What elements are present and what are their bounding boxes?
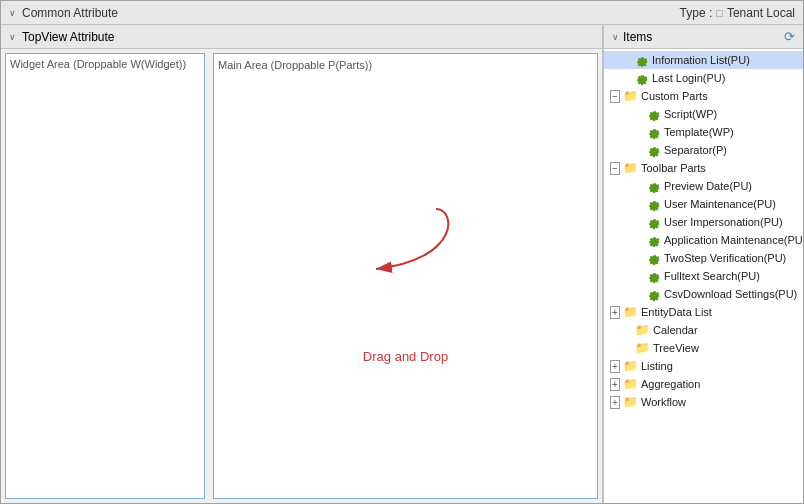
drag-drop-text: Drag and Drop — [363, 349, 448, 364]
gear-icon-separator — [647, 143, 661, 157]
tree-item-last-login[interactable]: Last Login(PU) — [604, 69, 803, 87]
tree-label-custom-parts: Custom Parts — [641, 90, 708, 102]
expand-icon-custom-parts[interactable]: − — [610, 90, 620, 103]
main-container: ∨ Common Attribute Type : □ Tenant Local… — [0, 0, 804, 504]
items-chevron[interactable]: ∨ — [612, 32, 619, 42]
common-attribute-title: Common Attribute — [22, 6, 118, 20]
tree-label-treeview: TreeView — [653, 342, 699, 354]
folder-icon-listing: 📁 — [623, 359, 638, 373]
tree-item-preview-date[interactable]: Preview Date(PU) — [604, 177, 803, 195]
expand-icon-workflow[interactable]: + — [610, 396, 620, 409]
gear-icon-preview-date — [647, 179, 661, 193]
gear-icon-info-list — [635, 53, 649, 67]
tree-item-aggregation[interactable]: +📁Aggregation — [604, 375, 803, 393]
items-header-left: ∨ Items — [612, 30, 652, 44]
tree-label-workflow: Workflow — [641, 396, 686, 408]
tree-item-separator[interactable]: Separator(P) — [604, 141, 803, 159]
topview-bar: ∨ TopView Attribute — [1, 25, 602, 49]
tree-item-script[interactable]: Script(WP) — [604, 105, 803, 123]
gear-icon-user-maintenance — [647, 197, 661, 211]
common-attribute-left: ∨ Common Attribute — [9, 6, 118, 20]
tree-label-entitydata-list: EntityData List — [641, 306, 712, 318]
gear-icon-csvdownload — [647, 287, 661, 301]
tree-item-workflow[interactable]: +📁Workflow — [604, 393, 803, 411]
type-label: Type : — [680, 6, 713, 20]
main-area-label: Main Area (Droppable P(Parts)) — [218, 59, 372, 71]
tree-item-toolbar-parts[interactable]: −📁Toolbar Parts — [604, 159, 803, 177]
folder-icon-calendar: 📁 — [635, 323, 650, 337]
items-header: ∨ Items ⟳ — [604, 25, 803, 49]
tree-label-csvdownload: CsvDownload Settings(PU) — [664, 288, 797, 300]
tree-label-listing: Listing — [641, 360, 673, 372]
gear-icon-last-login — [635, 71, 649, 85]
tree-item-custom-parts[interactable]: −📁Custom Parts — [604, 87, 803, 105]
common-attribute-bar: ∨ Common Attribute Type : □ Tenant Local — [1, 1, 803, 25]
common-attribute-chevron[interactable]: ∨ — [9, 8, 16, 18]
gear-icon-script — [647, 107, 661, 121]
expand-icon-entitydata-list[interactable]: + — [610, 306, 620, 319]
widget-area-label: Widget Area (Droppable W(Widget)) — [10, 58, 186, 70]
folder-icon-aggregation: 📁 — [623, 377, 638, 391]
folder-icon-custom-parts: 📁 — [623, 89, 638, 103]
tree-item-twostep[interactable]: TwoStep Verification(PU) — [604, 249, 803, 267]
tree-label-separator: Separator(P) — [664, 144, 727, 156]
tree-item-csvdownload[interactable]: CsvDownload Settings(PU) — [604, 285, 803, 303]
tree-item-user-maintenance[interactable]: User Maintenance(PU) — [604, 195, 803, 213]
expand-icon-aggregation[interactable]: + — [610, 378, 620, 391]
tree-item-listing[interactable]: +📁Listing — [604, 357, 803, 375]
gear-icon-twostep — [647, 251, 661, 265]
folder-icon-workflow: 📁 — [623, 395, 638, 409]
type-section: Type : □ Tenant Local — [680, 6, 795, 20]
gear-icon-app-maintenance — [647, 233, 661, 247]
tree-item-user-impersonation[interactable]: User Impersonation(PU) — [604, 213, 803, 231]
page-icon: □ — [716, 7, 723, 19]
topview-chevron[interactable]: ∨ — [9, 32, 16, 42]
tree-item-app-maintenance[interactable]: Application Maintenance(PU) — [604, 231, 803, 249]
right-panel: ∨ Items ⟳ Information List(PU)Last Login… — [603, 25, 803, 503]
drag-drop-arrow — [346, 199, 466, 289]
gear-icon-user-impersonation — [647, 215, 661, 229]
gear-icon-template — [647, 125, 661, 139]
items-title: Items — [623, 30, 652, 44]
tree-item-entitydata-list[interactable]: +📁EntityData List — [604, 303, 803, 321]
type-value: Tenant Local — [727, 6, 795, 20]
gear-icon-fulltext — [647, 269, 661, 283]
tree-item-info-list[interactable]: Information List(PU) — [604, 51, 803, 69]
tree-label-calendar: Calendar — [653, 324, 698, 336]
expand-icon-listing[interactable]: + — [610, 360, 620, 373]
tree-item-treeview[interactable]: 📁TreeView — [604, 339, 803, 357]
folder-icon-entitydata-list: 📁 — [623, 305, 638, 319]
tree-label-toolbar-parts: Toolbar Parts — [641, 162, 706, 174]
refresh-icon[interactable]: ⟳ — [784, 29, 795, 44]
left-panel: ∨ TopView Attribute Widget Area (Droppab… — [1, 25, 603, 503]
main-drop-area[interactable]: Main Area (Droppable P(Parts)) Drag and … — [213, 53, 598, 499]
expand-icon-toolbar-parts[interactable]: − — [610, 162, 620, 175]
tree-item-template[interactable]: Template(WP) — [604, 123, 803, 141]
tree-label-template: Template(WP) — [664, 126, 734, 138]
folder-icon-treeview: 📁 — [635, 341, 650, 355]
content-area: ∨ TopView Attribute Widget Area (Droppab… — [1, 25, 803, 503]
items-tree: Information List(PU)Last Login(PU)−📁Cust… — [604, 49, 803, 503]
tree-label-info-list: Information List(PU) — [652, 54, 750, 66]
tree-label-preview-date: Preview Date(PU) — [664, 180, 752, 192]
tree-label-twostep: TwoStep Verification(PU) — [664, 252, 786, 264]
tree-item-calendar[interactable]: 📁Calendar — [604, 321, 803, 339]
tree-label-user-maintenance: User Maintenance(PU) — [664, 198, 776, 210]
tree-label-last-login: Last Login(PU) — [652, 72, 725, 84]
tree-label-user-impersonation: User Impersonation(PU) — [664, 216, 783, 228]
topview-label: TopView Attribute — [22, 30, 115, 44]
widget-drop-area[interactable]: Widget Area (Droppable W(Widget)) — [5, 53, 205, 499]
folder-icon-toolbar-parts: 📁 — [623, 161, 638, 175]
tree-label-aggregation: Aggregation — [641, 378, 700, 390]
tree-label-app-maintenance: Application Maintenance(PU) — [664, 234, 803, 246]
drop-areas-container: Widget Area (Droppable W(Widget)) Main A… — [1, 49, 602, 503]
tree-label-fulltext: Fulltext Search(PU) — [664, 270, 760, 282]
tree-item-fulltext[interactable]: Fulltext Search(PU) — [604, 267, 803, 285]
tree-label-script: Script(WP) — [664, 108, 717, 120]
